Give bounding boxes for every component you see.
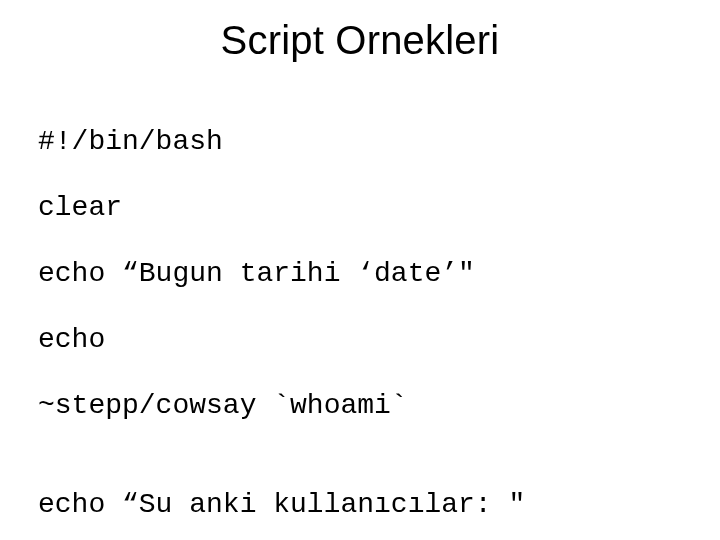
code-block: #!/bin/bash clear echo “Bugun tarihi ‘da… (38, 92, 682, 540)
code-line: #!/bin/bash (38, 125, 682, 158)
slide: Script Ornekleri #!/bin/bash clear echo … (0, 0, 720, 540)
slide-title: Script Ornekleri (0, 18, 720, 63)
code-line: clear (38, 191, 682, 224)
code-line: echo “Bugun tarihi ‘date’" (38, 257, 682, 290)
code-line: echo “Su anki kullanıcılar: " (38, 488, 682, 521)
code-line: echo (38, 323, 682, 356)
code-line: ~stepp/cowsay `whoami` (38, 389, 682, 422)
